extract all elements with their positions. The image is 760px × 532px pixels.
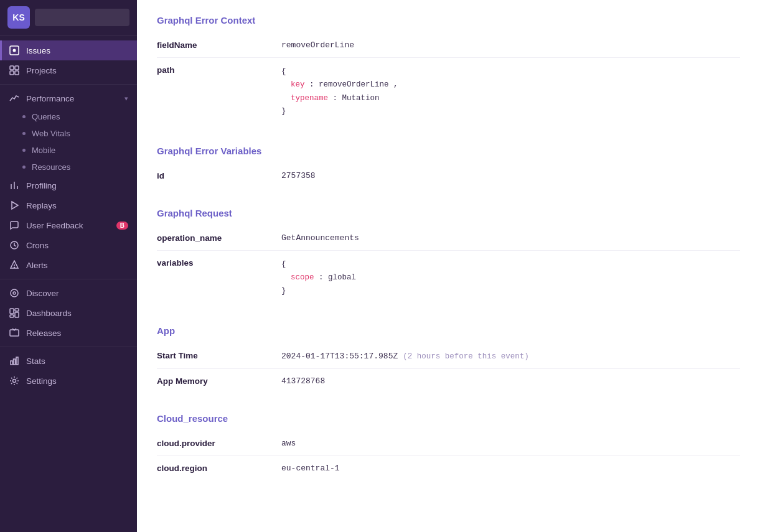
dot-icon: [22, 115, 26, 118]
svg-point-20: [13, 380, 16, 383]
field-value-operation-name: GetAnnouncements: [281, 226, 740, 251]
avatar: KS: [7, 6, 30, 29]
table-row: cloud.provider aws: [157, 431, 740, 456]
discover-label: Discover: [26, 289, 59, 298]
main-content: Graphql Error Context fieldName removeOr…: [137, 0, 760, 532]
svg-point-10: [11, 289, 18, 297]
app-table: Start Time 2024-01-17T13:55:17.985Z(2 ho…: [157, 343, 740, 393]
settings-label: Settings: [26, 376, 57, 386]
field-key-id: id: [157, 164, 281, 188]
stats-icon: [9, 355, 20, 366]
graphql-request-section: Graphql Request operation_name GetAnnoun…: [157, 208, 740, 306]
replays-icon: [9, 200, 20, 211]
sidebar-item-queries[interactable]: Queries: [0, 108, 137, 125]
sidebar-item-web-vitals[interactable]: Web Vitals: [0, 125, 137, 142]
sidebar-item-issues[interactable]: Issues: [0, 40, 137, 60]
sidebar-item-dashboards[interactable]: Dashboards: [0, 303, 137, 323]
svg-rect-3: [15, 66, 19, 70]
issues-icon: [9, 45, 20, 56]
sidebar-item-mobile[interactable]: Mobile: [0, 142, 137, 159]
dot-icon: [22, 166, 26, 169]
svg-rect-15: [10, 315, 14, 317]
field-value-path: { key : removeOrderLine , typename : Mut…: [281, 58, 740, 126]
field-key-start-time: Start Time: [157, 343, 281, 369]
sidebar-item-issues-label: Issues: [26, 46, 50, 55]
performance-label: Performance: [26, 94, 74, 103]
field-value-cloud-provider: aws: [281, 431, 740, 456]
field-value-variables: { scope : global }: [281, 251, 740, 306]
sidebar-item-releases[interactable]: Releases: [0, 323, 137, 343]
sidebar-item-alerts[interactable]: Alerts: [0, 255, 137, 275]
settings-icon: [9, 375, 20, 386]
sidebar-item-user-feedback[interactable]: User Feedback B: [0, 215, 137, 235]
graphql-request-table: operation_name GetAnnouncements variable…: [157, 226, 740, 306]
svg-point-9: [14, 268, 15, 268]
graphql-error-variables-title: Graphql Error Variables: [157, 146, 740, 156]
table-row: Start Time 2024-01-17T13:55:17.985Z(2 ho…: [157, 343, 740, 369]
svg-rect-19: [16, 357, 18, 365]
cloud-resource-title: Cloud_resource: [157, 413, 740, 424]
graphql-error-context-section: Graphql Error Context fieldName removeOr…: [157, 15, 740, 126]
code-block-variables: { scope : global }: [281, 258, 740, 298]
svg-rect-2: [10, 66, 14, 70]
svg-rect-13: [15, 309, 19, 311]
field-key-variables: variables: [157, 251, 281, 306]
app-section: App Start Time 2024-01-17T13:55:17.985Z(…: [157, 325, 740, 393]
divider-2: [0, 279, 137, 279]
discover-icon: [9, 287, 20, 299]
svg-rect-4: [10, 71, 14, 75]
field-value-cloud-region: eu-central-1: [281, 455, 740, 480]
stats-label: Stats: [26, 357, 45, 366]
field-value-id: 2757358: [281, 164, 740, 188]
replays-label: Replays: [26, 201, 57, 210]
table-row: operation_name GetAnnouncements: [157, 226, 740, 251]
org-selector[interactable]: [35, 9, 129, 26]
sidebar-item-crons[interactable]: Crons: [0, 235, 137, 255]
sidebar-item-projects-label: Projects: [26, 66, 57, 75]
table-row: cloud.region eu-central-1: [157, 455, 740, 480]
sidebar-item-profiling[interactable]: Profiling: [0, 175, 137, 195]
chevron-down-icon: ▾: [124, 95, 128, 103]
graphql-error-variables-section: Graphql Error Variables id 2757358: [157, 146, 740, 188]
mobile-label: Mobile: [32, 146, 55, 155]
dashboards-icon: [9, 307, 20, 319]
sidebar: KS Issues Projects Performance: [0, 0, 137, 532]
field-value-app-memory: 413728768: [281, 368, 740, 393]
releases-icon: [9, 327, 20, 338]
crons-label: Crons: [26, 241, 49, 250]
dashboards-label: Dashboards: [26, 309, 72, 318]
profiling-icon: [9, 180, 20, 191]
sidebar-item-performance[interactable]: Performance ▾: [0, 88, 137, 108]
divider-3: [0, 347, 137, 347]
sidebar-item-replays[interactable]: Replays: [0, 195, 137, 215]
crons-icon: [9, 240, 20, 251]
graphql-error-variables-table: id 2757358: [157, 164, 740, 188]
sidebar-item-discover[interactable]: Discover: [0, 283, 137, 303]
svg-point-11: [13, 292, 16, 294]
dot-icon: [22, 132, 26, 135]
profiling-label: Profiling: [26, 181, 57, 190]
field-key-path: path: [157, 58, 281, 126]
field-key-operation-name: operation_name: [157, 226, 281, 251]
cloud-resource-table: cloud.provider aws cloud.region eu-centr…: [157, 431, 740, 480]
projects-icon: [9, 65, 20, 76]
time-hint: (2 hours before this event): [403, 352, 529, 361]
alerts-label: Alerts: [26, 261, 48, 270]
sidebar-item-projects[interactable]: Projects: [0, 60, 137, 80]
svg-rect-18: [14, 359, 16, 365]
table-row: id 2757358: [157, 164, 740, 188]
field-key-fieldname: fieldName: [157, 33, 281, 58]
table-row: App Memory 413728768: [157, 368, 740, 393]
sidebar-item-settings[interactable]: Settings: [0, 371, 137, 391]
sidebar-item-resources[interactable]: Resources: [0, 159, 137, 175]
divider-1: [0, 84, 137, 85]
svg-rect-14: [15, 312, 19, 317]
graphql-error-context-table: fieldName removeOrderLine path { key : r…: [157, 33, 740, 126]
releases-label: Releases: [26, 329, 61, 338]
user-feedback-label: User Feedback: [26, 221, 83, 230]
field-key-cloud-region: cloud.region: [157, 455, 281, 480]
start-time-value: 2024-01-17T13:55:17.985Z: [281, 352, 398, 361]
field-value-fieldname: removeOrderLine: [281, 33, 740, 58]
sidebar-item-stats[interactable]: Stats: [0, 351, 137, 371]
field-key-cloud-provider: cloud.provider: [157, 431, 281, 456]
